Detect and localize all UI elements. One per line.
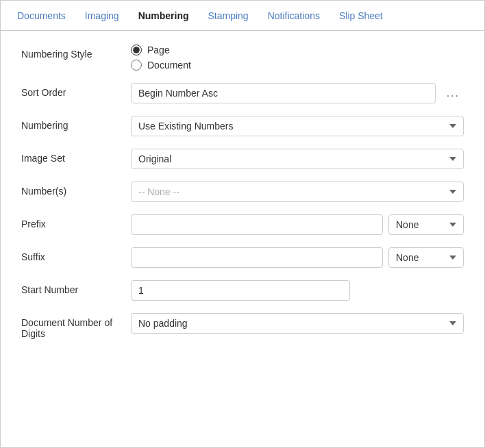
image-set-label: Image Set — [21, 149, 131, 164]
start-number-row: Start Number — [21, 280, 464, 301]
tab-imaging[interactable]: Imaging — [75, 2, 129, 29]
numbering-style-row: Numbering Style Page Document — [21, 45, 464, 71]
tab-notifications[interactable]: Notifications — [258, 2, 329, 29]
suffix-select[interactable]: None — [388, 247, 464, 268]
prefix-control: None — [131, 214, 464, 235]
suffix-control: None — [131, 247, 464, 268]
sort-order-inner: ... — [131, 83, 464, 103]
numbers-label: Number(s) — [21, 182, 131, 197]
radio-document-label[interactable]: Document — [147, 60, 191, 71]
numbering-select[interactable]: Use Existing Numbers Create New Numbers … — [131, 116, 464, 136]
numbering-label: Numbering — [21, 116, 131, 131]
doc-digits-row: Document Number of Digits No padding 1 2… — [21, 313, 464, 339]
sort-order-label: Sort Order — [21, 83, 131, 98]
start-number-input[interactable] — [131, 280, 350, 301]
prefix-text-input[interactable] — [131, 214, 383, 235]
prefix-label: Prefix — [21, 214, 131, 229]
prefix-row: Prefix None — [21, 214, 464, 235]
prefix-inner: None — [131, 214, 464, 235]
numbering-style-control: Page Document — [131, 45, 464, 71]
start-number-label: Start Number — [21, 280, 131, 295]
doc-digits-control: No padding 1 2 3 4 5 — [131, 313, 464, 334]
numbers-select[interactable]: -- None -- — [131, 182, 464, 202]
doc-digits-label: Document Number of Digits — [21, 313, 131, 339]
numbers-row: Number(s) -- None -- — [21, 182, 464, 202]
numbering-row: Numbering Use Existing Numbers Create Ne… — [21, 116, 464, 136]
suffix-inner: None — [131, 247, 464, 268]
radio-document-item[interactable]: Document — [131, 60, 464, 71]
suffix-label: Suffix — [21, 247, 131, 262]
sort-order-row: Sort Order ... — [21, 83, 464, 103]
image-set-row: Image Set Original Alternate None — [21, 149, 464, 169]
sort-order-input[interactable] — [131, 83, 436, 103]
suffix-row: Suffix None — [21, 247, 464, 268]
numbering-control: Use Existing Numbers Create New Numbers … — [131, 116, 464, 136]
suffix-text-input[interactable] — [131, 247, 383, 268]
sort-order-control: ... — [131, 83, 464, 103]
image-set-select[interactable]: Original Alternate None — [131, 149, 464, 169]
tab-bar: Documents Imaging Numbering Stamping Not… — [1, 1, 484, 31]
main-container: Documents Imaging Numbering Stamping Not… — [0, 0, 485, 448]
image-set-control: Original Alternate None — [131, 149, 464, 169]
tab-numbering[interactable]: Numbering — [129, 2, 199, 29]
radio-page-label[interactable]: Page — [147, 45, 170, 55]
doc-digits-select[interactable]: No padding 1 2 3 4 5 — [131, 313, 464, 334]
radio-document-input[interactable] — [131, 60, 142, 71]
start-number-control — [131, 280, 464, 301]
radio-page-item[interactable]: Page — [131, 45, 464, 55]
tab-documents[interactable]: Documents — [8, 2, 75, 29]
numbering-style-label: Numbering Style — [21, 45, 131, 60]
radio-page-input[interactable] — [131, 45, 142, 55]
tab-stamping[interactable]: Stamping — [199, 2, 258, 29]
tab-slip-sheet[interactable]: Slip Sheet — [329, 2, 393, 29]
form-content: Numbering Style Page Document Sort Order — [1, 31, 484, 365]
numbering-style-radio-group: Page Document — [131, 45, 464, 71]
prefix-select[interactable]: None — [388, 214, 464, 235]
sort-order-ellipsis-button[interactable]: ... — [443, 84, 464, 102]
numbers-control: -- None -- — [131, 182, 464, 202]
